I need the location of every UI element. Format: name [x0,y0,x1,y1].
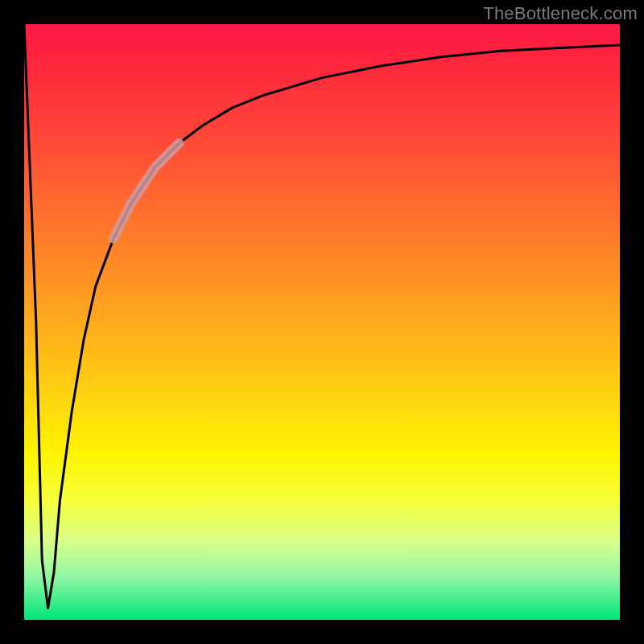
watermark-text: TheBottleneck.com [483,3,638,24]
bottleneck-curve [24,24,620,608]
curve-layer [24,24,620,620]
plot-area [24,24,620,620]
highlight-segment [114,143,179,238]
chart-frame: TheBottleneck.com [0,0,644,644]
